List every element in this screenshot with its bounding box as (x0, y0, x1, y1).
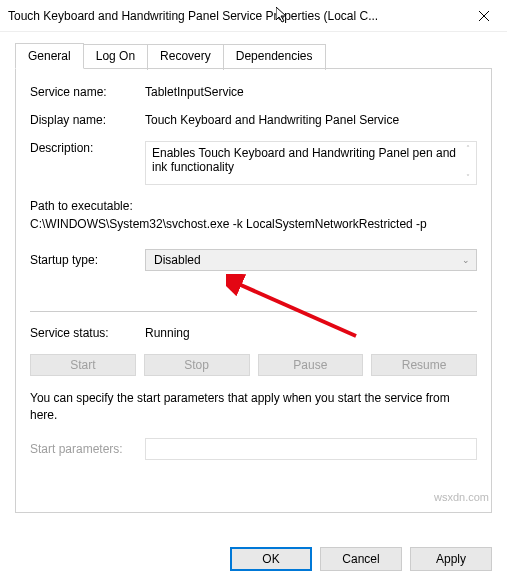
tab-recovery[interactable]: Recovery (148, 44, 224, 70)
startup-type-label: Startup type: (30, 253, 145, 267)
path-value: C:\WINDOWS\System32\svchost.exe -k Local… (30, 217, 477, 231)
display-name-label: Display name: (30, 113, 145, 127)
close-button[interactable] (461, 0, 507, 32)
tab-dependencies[interactable]: Dependencies (224, 44, 326, 70)
tab-strip: General Log On Recovery Dependencies (15, 42, 492, 68)
apply-button[interactable]: Apply (410, 547, 492, 571)
description-text: Enables Touch Keyboard and Handwriting P… (152, 146, 456, 174)
service-name-value: TabletInputService (145, 85, 477, 99)
divider (30, 311, 477, 312)
scroll-down-icon[interactable]: ˅ (462, 173, 474, 182)
description-label: Description: (30, 141, 145, 155)
dialog-footer: OK Cancel Apply (0, 533, 507, 585)
scroll-up-icon[interactable]: ˄ (462, 144, 474, 153)
close-icon (479, 11, 489, 21)
resume-button: Resume (371, 354, 477, 376)
startup-type-value: Disabled (154, 253, 201, 267)
description-box[interactable]: Enables Touch Keyboard and Handwriting P… (145, 141, 477, 185)
tab-general[interactable]: General (15, 43, 84, 69)
start-button: Start (30, 354, 136, 376)
title-bar: Touch Keyboard and Handwriting Panel Ser… (0, 0, 507, 32)
start-parameters-label: Start parameters: (30, 442, 145, 456)
ok-button[interactable]: OK (230, 547, 312, 571)
description-scrollbar[interactable]: ˄ ˅ (462, 144, 474, 182)
display-name-value: Touch Keyboard and Handwriting Panel Ser… (145, 113, 477, 127)
startup-type-dropdown[interactable]: Disabled ⌄ (145, 249, 477, 271)
service-status-label: Service status: (30, 326, 145, 340)
content-area: General Log On Recovery Dependencies Ser… (0, 32, 507, 513)
service-status-value: Running (145, 326, 477, 340)
parameters-note: You can specify the start parameters tha… (30, 390, 477, 424)
general-panel: Service name: TabletInputService Display… (15, 68, 492, 513)
window-title: Touch Keyboard and Handwriting Panel Ser… (8, 9, 461, 23)
path-label: Path to executable: (30, 199, 477, 213)
chevron-down-icon: ⌄ (462, 255, 470, 265)
service-name-label: Service name: (30, 85, 145, 99)
cancel-button[interactable]: Cancel (320, 547, 402, 571)
tab-logon[interactable]: Log On (84, 44, 148, 70)
pause-button: Pause (258, 354, 364, 376)
stop-button: Stop (144, 354, 250, 376)
start-parameters-input (145, 438, 477, 460)
